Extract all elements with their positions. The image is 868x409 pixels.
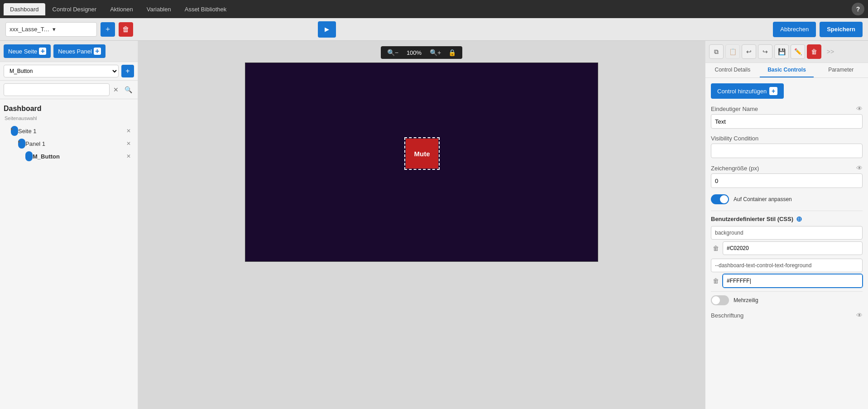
visibility-condition-input[interactable]: [711, 144, 863, 158]
tab-control-details[interactable]: Control Details: [705, 63, 760, 77]
css-prop-2-input[interactable]: [711, 259, 863, 272]
zoom-out-button[interactable]: 🔍−: [385, 48, 400, 57]
toggle-knob: [720, 195, 728, 203]
zoom-level: 100%: [404, 49, 424, 56]
add-project-button[interactable]: ＋: [101, 22, 115, 37]
mehrzeilig-knob: [712, 296, 720, 304]
tab-basic-controls[interactable]: Basic Controls: [760, 63, 814, 77]
css-value-2-input[interactable]: [723, 274, 863, 288]
neue-seite-button[interactable]: Neue Seite +: [4, 44, 51, 58]
benutzerdefinierter-label: Benutzerdefinierter Stil (CSS): [711, 216, 793, 222]
zeichengroesse-input[interactable]: [711, 173, 863, 188]
close-mbutton-button[interactable]: ✕: [125, 153, 132, 160]
close-panel1-button[interactable]: ✕: [125, 140, 132, 147]
control-hinzufugen-label: Control hinzufügen: [717, 88, 767, 95]
zoom-in-button[interactable]: 🔍+: [428, 48, 443, 57]
canvas-frame[interactable]: Mute: [245, 63, 598, 262]
zeichengroesse-group: Zeichengröße (px) 👁: [711, 164, 863, 188]
css-value-row-1: 🗑: [711, 241, 863, 255]
help-button[interactable]: ?: [852, 3, 864, 15]
main-toolbar: xxx_Lasse_Temp_2022-11-... ▾ ＋ 🗑 ▶ Abbre…: [0, 18, 868, 41]
search-input[interactable]: [4, 83, 110, 96]
css-delete-1-button[interactable]: 🗑: [711, 243, 721, 253]
css-section-label: Benutzerdefinierter Stil (CSS) ⊕: [711, 215, 863, 223]
visibility-condition-label-row: Visibility Condition: [711, 135, 863, 142]
nav-tab-variablen[interactable]: Variablen: [140, 3, 177, 15]
control-hinzufugen-button[interactable]: Control hinzufügen +: [711, 83, 784, 99]
css-delete-2-button[interactable]: 🗑: [711, 276, 721, 286]
project-dropdown[interactable]: xxx_Lasse_Temp_2022-11-... ▾: [5, 22, 97, 37]
tab-parameter[interactable]: Parameter: [814, 63, 868, 77]
eindeutiger-name-label: Eindeutiger Name: [711, 106, 758, 112]
eindeutiger-name-input[interactable]: [711, 114, 863, 129]
speichern-button[interactable]: Speichern: [820, 22, 863, 37]
left-panel: Neue Seite + Neues Panel + M_Button + ✕ …: [0, 41, 138, 409]
paste-icon-button[interactable]: 📋: [725, 44, 740, 59]
divider-1: [711, 211, 863, 211]
close-seite1-button[interactable]: ✕: [125, 127, 132, 135]
divider-2: [711, 291, 863, 292]
play-button[interactable]: ▶: [318, 21, 336, 38]
seite1-label: Seite 1: [18, 128, 125, 135]
abbrechen-button[interactable]: Abbrechen: [773, 22, 816, 37]
beschriftung-group: Beschriftung 👁: [711, 312, 863, 319]
visibility-condition-group: Visibility Condition: [711, 135, 863, 158]
right-icon-bar: ⧉ 📋 ↩ ↪ 💾 ✏️ 🗑 >>: [705, 41, 868, 63]
neues-panel-label: Neues Panel: [58, 48, 91, 55]
right-tabs: Control Details Basic Controls Parameter: [705, 63, 868, 78]
plus-icon: +: [39, 48, 46, 55]
dashboard-title: Dashboard: [4, 103, 134, 115]
canvas-area: 🔍− 100% 🔍+ 🔒 Mute: [138, 41, 705, 409]
delete-project-button[interactable]: 🗑: [119, 22, 133, 37]
css-add-icon[interactable]: ⊕: [796, 215, 802, 223]
main-area: Neue Seite + Neues Panel + M_Button + ✕ …: [0, 41, 868, 409]
eindeutiger-name-group: Eindeutiger Name 👁: [711, 105, 863, 129]
beschriftung-label: Beschriftung: [711, 312, 743, 319]
neue-seite-label: Neue Seite: [8, 48, 37, 55]
zeichengroesse-label: Zeichengröße (px): [711, 165, 759, 172]
nav-tab-dashboard[interactable]: Dashboard: [4, 3, 45, 15]
project-name: xxx_Lasse_Temp_2022-11-...: [10, 26, 50, 33]
mehrzeilig-row: Mehrzeilig: [711, 295, 863, 305]
right-panel: ⧉ 📋 ↩ ↪ 💾 ✏️ 🗑 >> Control Details Basic …: [705, 41, 868, 409]
auf-container-toggle[interactable]: [711, 194, 729, 204]
neues-panel-button[interactable]: Neues Panel +: [53, 44, 105, 58]
tree-item-mbutton[interactable]: M_Button ✕: [4, 150, 134, 163]
expand-icon-button[interactable]: >>: [823, 44, 838, 59]
search-button[interactable]: 🔍: [122, 84, 134, 96]
delete-icon-button[interactable]: 🗑: [807, 44, 821, 59]
css-property-row-2: 🗑: [711, 259, 863, 288]
toggle-mbutton: [25, 151, 33, 161]
tree-area: Dashboard Seitenauswahl ▸ Seite 1 ✕ ▸ Pa…: [0, 99, 138, 409]
beschriftung-label-row: Beschriftung 👁: [711, 312, 863, 319]
add-control-button[interactable]: +: [121, 65, 134, 77]
mbutton-label: M_Button: [33, 153, 125, 160]
css-prop-1-input[interactable]: [711, 226, 863, 240]
panel1-label: Panel 1: [25, 140, 125, 147]
clear-search-button[interactable]: ✕: [111, 85, 120, 94]
control-type-select[interactable]: M_Button: [4, 65, 119, 77]
nav-tab-aktionen[interactable]: Aktionen: [104, 3, 139, 15]
nav-tab-control-designer[interactable]: Control Designer: [46, 3, 103, 15]
lock-button[interactable]: 🔒: [446, 48, 458, 57]
visibility-eye-icon: 👁: [856, 105, 863, 112]
plus-icon-3: +: [769, 87, 777, 95]
canvas-toolbar: 🔍− 100% 🔍+ 🔒: [381, 46, 462, 59]
search-row: ✕ 🔍: [0, 81, 138, 99]
undo-icon-button[interactable]: ↩: [742, 44, 756, 59]
mute-button[interactable]: Mute: [406, 139, 438, 168]
copy-icon-button[interactable]: ⧉: [709, 44, 724, 59]
save-icon-button[interactable]: 💾: [774, 44, 789, 59]
auf-container-label: Auf Container anpassen: [734, 196, 792, 202]
tree-item-seite1[interactable]: ▸ Seite 1 ✕: [4, 125, 134, 137]
css-value-row-2: 🗑: [711, 274, 863, 288]
link-icon-button[interactable]: ✏️: [791, 44, 805, 59]
css-value-1-input[interactable]: [723, 241, 863, 255]
mehrzeilig-toggle[interactable]: [711, 295, 729, 305]
toggle-panel1: ▸: [18, 139, 25, 149]
nav-tab-asset-bibliothek[interactable]: Asset Bibliothek: [178, 3, 233, 15]
tree-item-panel1[interactable]: ▸ Panel 1 ✕: [4, 137, 134, 150]
redo-icon-button[interactable]: ↪: [758, 44, 772, 59]
seitenauswahl-label: Seitenauswahl: [4, 115, 134, 121]
dropdown-chevron-icon: ▾: [53, 26, 93, 33]
